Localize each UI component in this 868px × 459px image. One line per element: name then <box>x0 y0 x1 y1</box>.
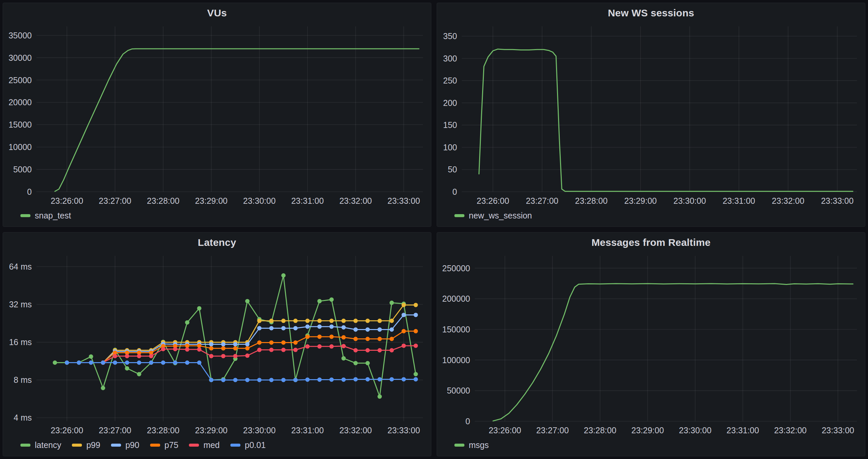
legend-label: msgs <box>469 440 489 450</box>
x-tick-label: 23:30:00 <box>243 426 276 435</box>
latency-plot-area[interactable]: 23:26:0023:27:0023:28:0023:29:0023:30:00… <box>3 251 431 437</box>
legend-swatch <box>189 444 199 447</box>
latency-legend: latencyp99p90p75medp0.01 <box>3 437 431 456</box>
x-tick-label: 23:28:00 <box>584 426 616 435</box>
y-tick-label: 100000 <box>442 355 470 365</box>
y-tick-label: 350 <box>443 31 457 41</box>
series-line-new_ws_session <box>479 49 853 191</box>
legend-item-new_ws_session[interactable]: new_ws_session <box>455 211 532 221</box>
series-line-msgs <box>493 284 853 421</box>
y-tick-label: 0 <box>27 187 32 196</box>
x-tick-label: 23:26:00 <box>477 196 509 205</box>
chart-canvas: 23:26:0023:27:0023:28:0023:29:0023:30:00… <box>3 21 431 207</box>
x-tick-label: 23:28:00 <box>147 426 179 435</box>
legend-label: med <box>203 440 220 450</box>
legend-swatch <box>455 444 464 447</box>
new-ws-sessions-legend: new_ws_session <box>437 207 865 227</box>
x-tick-label: 23:33:00 <box>822 426 854 435</box>
y-tick-label: 32 ms <box>9 300 32 309</box>
x-tick-label: 23:30:00 <box>673 196 706 205</box>
legend-swatch <box>230 444 240 447</box>
panel-title-latency[interactable]: Latency <box>3 232 431 251</box>
x-tick-label: 23:27:00 <box>99 426 131 435</box>
legend-item-med[interactable]: med <box>189 440 220 450</box>
legend-label: p0.01 <box>245 440 266 450</box>
legend-item-p0.01[interactable]: p0.01 <box>230 440 266 450</box>
grafana-dashboard: VUs 23:26:0023:27:0023:28:0023:29:0023:3… <box>0 0 868 459</box>
legend-swatch <box>21 214 30 217</box>
x-tick-label: 23:33:00 <box>388 426 420 435</box>
messages-from-realtime-legend: msgs <box>437 437 865 456</box>
x-tick-label: 23:29:00 <box>631 426 664 435</box>
y-tick-label: 0 <box>453 187 457 196</box>
legend-item-latency[interactable]: latency <box>21 440 61 450</box>
x-tick-label: 23:33:00 <box>388 196 420 205</box>
legend-label: p99 <box>86 440 100 450</box>
vus-legend: snap_test <box>3 207 431 227</box>
legend-label: latency <box>35 440 61 450</box>
panel-title-vus[interactable]: VUs <box>3 3 431 21</box>
x-tick-label: 23:26:00 <box>489 426 521 435</box>
x-tick-label: 23:29:00 <box>195 196 227 205</box>
x-tick-label: 23:29:00 <box>195 426 227 435</box>
x-tick-label: 23:26:00 <box>51 426 83 435</box>
y-tick-label: 150 <box>443 120 457 130</box>
x-tick-label: 23:31:00 <box>291 426 324 435</box>
y-tick-label: 250000 <box>442 264 470 273</box>
legend-item-p99[interactable]: p99 <box>72 440 100 450</box>
y-tick-label: 0 <box>465 417 470 426</box>
x-tick-label: 23:31:00 <box>722 196 755 205</box>
panel-vus: VUs 23:26:0023:27:0023:28:0023:29:0023:3… <box>3 3 431 227</box>
y-tick-label: 50 <box>448 165 457 174</box>
x-tick-label: 23:31:00 <box>726 426 759 435</box>
series-line-snap_test <box>55 49 419 191</box>
new-ws-sessions-plot-area[interactable]: 23:26:0023:27:0023:28:0023:29:0023:30:00… <box>437 21 865 207</box>
y-tick-label: 300 <box>443 54 457 63</box>
panel-latency: Latency 23:26:0023:27:0023:28:0023:29:00… <box>3 232 431 456</box>
legend-swatch <box>21 444 30 447</box>
x-tick-label: 23:30:00 <box>243 196 276 205</box>
x-tick-label: 23:32:00 <box>339 196 372 205</box>
y-tick-label: 8 ms <box>14 375 32 385</box>
y-tick-label: 15000 <box>8 120 32 129</box>
legend-item-p75[interactable]: p75 <box>150 440 179 450</box>
x-tick-label: 23:33:00 <box>821 196 853 205</box>
y-tick-label: 150000 <box>442 325 470 334</box>
panel-title-new-ws-sessions[interactable]: New WS sessions <box>437 3 865 21</box>
legend-swatch <box>111 444 121 447</box>
y-tick-label: 20000 <box>8 98 32 107</box>
y-tick-label: 30000 <box>8 53 32 63</box>
y-tick-label: 5000 <box>13 165 32 174</box>
y-tick-label: 100 <box>443 143 457 152</box>
messages-from-realtime-plot-area[interactable]: 23:26:0023:27:0023:28:0023:29:0023:30:00… <box>437 251 865 437</box>
y-tick-label: 200 <box>443 98 457 107</box>
y-tick-label: 50000 <box>447 386 470 395</box>
y-tick-label: 4 ms <box>14 413 32 422</box>
series-line-p0.01 <box>67 363 415 380</box>
x-tick-label: 23:30:00 <box>679 426 712 435</box>
legend-label: p90 <box>125 440 140 450</box>
y-tick-label: 250 <box>443 76 457 85</box>
y-tick-label: 200000 <box>442 294 470 303</box>
legend-swatch <box>150 444 160 447</box>
panel-title-messages-from-realtime[interactable]: Messages from Realtime <box>437 232 865 251</box>
y-tick-label: 10000 <box>8 142 32 152</box>
legend-swatch <box>72 444 82 447</box>
y-tick-label: 64 ms <box>9 262 32 271</box>
legend-label: new_ws_session <box>469 211 532 221</box>
y-tick-label: 25000 <box>8 75 32 85</box>
legend-item-p90[interactable]: p90 <box>111 440 140 450</box>
x-tick-label: 23:27:00 <box>99 196 131 205</box>
x-tick-label: 23:28:00 <box>575 196 608 205</box>
x-tick-label: 23:32:00 <box>339 426 372 435</box>
vus-plot-area[interactable]: 23:26:0023:27:0023:28:0023:29:0023:30:00… <box>3 21 431 207</box>
x-tick-label: 23:26:00 <box>51 196 83 205</box>
chart-canvas: 23:26:0023:27:0023:28:0023:29:0023:30:00… <box>3 251 431 437</box>
legend-swatch <box>455 214 464 217</box>
legend-item-snap_test[interactable]: snap_test <box>21 211 71 221</box>
y-tick-label: 35000 <box>8 31 32 40</box>
x-tick-label: 23:27:00 <box>526 196 558 205</box>
y-tick-label: 16 ms <box>9 337 32 347</box>
x-tick-label: 23:32:00 <box>772 196 804 205</box>
legend-item-msgs[interactable]: msgs <box>455 440 489 450</box>
